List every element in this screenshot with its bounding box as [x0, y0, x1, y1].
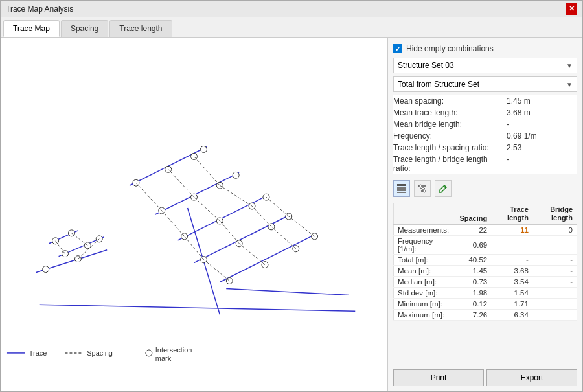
table-row: Total [m]:40.52-- — [394, 255, 577, 266]
table-row: Frequency [1/m]:0.69 — [394, 236, 577, 255]
svg-rect-63 — [397, 184, 406, 186]
stats-table: Mean spacing: 1.45 m Mean trace length: … — [393, 95, 577, 174]
svg-point-71 — [422, 187, 424, 190]
close-button[interactable]: ✕ — [566, 3, 577, 15]
total-from-value: Total from Structure Set — [398, 80, 479, 89]
stat-trace-spacing-ratio: Trace length / spacing ratio: 2.53 — [393, 142, 577, 154]
table-row: Mean [m]:1.453.68- — [394, 266, 577, 277]
stat-mean-spacing: Mean spacing: 1.45 m — [393, 95, 577, 107]
svg-point-29 — [181, 233, 188, 240]
bottom-buttons: Print Export — [393, 365, 577, 386]
stat-frequency: Frequency: 0.69 1/m — [393, 130, 577, 142]
svg-rect-0 — [1, 43, 387, 385]
svg-rect-65 — [397, 189, 406, 191]
dropdown1-arrow-icon: ▼ — [566, 62, 573, 69]
table-row: Maximum [m]:7.266.34- — [394, 310, 577, 321]
stat-mean-trace-length: Mean trace length: 3.68 m — [393, 107, 577, 119]
svg-point-6 — [84, 242, 91, 249]
svg-point-72 — [423, 190, 426, 192]
svg-rect-66 — [397, 192, 406, 193]
filter-icon[interactable] — [414, 180, 431, 197]
trace-map-svg: Trace Spacing Intersection mark — [1, 38, 387, 391]
total-from-dropdown[interactable]: Total from Structure Set ▼ — [393, 76, 577, 92]
svg-point-28 — [233, 172, 239, 178]
col-header-trace: Trace length — [491, 203, 532, 225]
svg-text:mark: mark — [155, 354, 172, 362]
structure-set-dropdown[interactable]: Structure Set 03 ▼ — [393, 58, 577, 73]
svg-text:Trace: Trace — [29, 349, 47, 357]
svg-point-24 — [200, 146, 207, 153]
main-content: Trace Spacing Intersection mark ✓ Hide e… — [1, 38, 582, 391]
edit-icon[interactable] — [435, 180, 452, 197]
hide-empty-label: Hide empty combinations — [406, 44, 494, 53]
title-bar: Trace Map Analysis ✕ — [1, 1, 582, 17]
tab-spacing[interactable]: Spacing — [61, 20, 108, 37]
print-button[interactable]: Print — [393, 369, 484, 386]
export-button[interactable]: Export — [486, 369, 577, 386]
table-row: Median [m]:0.733.54- — [394, 277, 577, 288]
tab-bar: Trace Map Spacing Trace length — [1, 17, 582, 38]
window-title: Trace Map Analysis — [6, 5, 73, 14]
tab-trace-length[interactable]: Trace length — [109, 20, 172, 37]
right-panel: ✓ Hide empty combinations Structure Set … — [388, 38, 582, 391]
tab-trace-map[interactable]: Trace Map — [3, 20, 60, 37]
main-window: Trace Map Analysis ✕ Trace Map Spacing T… — [0, 0, 583, 392]
stat-trace-bridge-ratio: Trace length / bridge length ratio: - — [393, 154, 577, 174]
hide-empty-checkbox[interactable]: ✓ — [393, 44, 402, 53]
svg-point-3 — [68, 230, 74, 236]
dropdown2-arrow-icon: ▼ — [566, 81, 573, 88]
svg-point-70 — [419, 185, 422, 187]
table-row: Std dev [m]:1.981.54- — [394, 288, 577, 299]
col-header-bridge: Bridge length — [532, 203, 577, 225]
svg-rect-64 — [397, 187, 406, 189]
table-icon[interactable] — [393, 180, 410, 197]
hide-empty-row: ✓ Hide empty combinations — [393, 43, 577, 54]
structure-set-value: Structure Set 03 — [398, 61, 454, 70]
table-row: Measurements:22110 — [394, 225, 577, 236]
svg-point-2 — [52, 238, 59, 244]
svg-point-60 — [146, 350, 152, 356]
data-table: Spacing Trace length Bridge length Measu… — [393, 203, 577, 321]
stat-mean-bridge-length: Mean bridge length: - — [393, 119, 577, 130]
col-header-spacing: Spacing — [455, 203, 491, 225]
svg-text:Spacing: Spacing — [87, 349, 113, 357]
svg-point-23 — [191, 153, 198, 159]
svg-text:Intersection: Intersection — [155, 346, 192, 354]
svg-point-40 — [312, 233, 318, 240]
svg-point-9 — [43, 266, 49, 273]
left-panel: Trace Spacing Intersection mark — [1, 38, 388, 391]
table-row: Minimum [m]:0.121.71- — [394, 299, 577, 310]
svg-point-32 — [263, 194, 269, 200]
toolbar — [393, 178, 577, 200]
col-header-label — [394, 203, 456, 225]
